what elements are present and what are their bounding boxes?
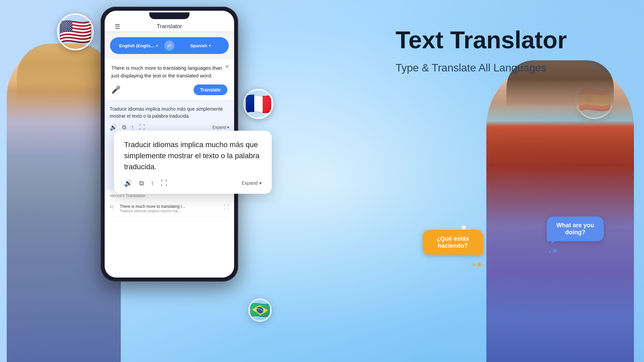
translation-output-text: Traducir idiomas implica mucho más que s… [110,106,229,120]
source-chevron-icon: ▾ [156,44,158,48]
flag-france: 🇫🇷 [243,89,273,119]
result-actions-bar: 🔊 ⧉ ↑ ⛶ Expand ▾ [124,179,262,187]
close-button[interactable]: ✕ [225,63,229,70]
flag-brazil: 🇧🇷 [248,298,272,322]
history-original-text: There is much more to translating l... [120,204,204,209]
input-text: There is much more to translating langua… [111,64,227,79]
chat-bubble-spanish: ¿Qué estás haciendo? [423,230,483,255]
result-card-text: Traducir idiomas implica mucho más que s… [124,139,262,172]
chat-bubble-english: What are you doing? [547,217,604,241]
volume-icon[interactable]: 🔊 [110,124,117,131]
source-language-label: English (Englis... [119,43,154,48]
app-header-title: Translator [157,23,182,30]
source-language-button[interactable]: English (Englis... ▾ [115,43,162,48]
history-item-num: 1) [110,204,116,209]
phone-notch [149,12,190,19]
result-copy-icon[interactable]: ⧉ [139,179,144,187]
result-fullscreen-icon[interactable]: ⛶ [161,179,167,187]
target-language-button[interactable]: Spanish ▾ [177,43,224,48]
input-area[interactable]: ✕ There is much more to translating lang… [105,59,234,101]
history-expand-icon[interactable]: ⛶ [224,204,229,210]
right-text-content: Text Translator Type & Translate All Lan… [395,27,567,74]
share-icon[interactable]: ↑ [131,124,134,131]
main-title: Text Translator [395,27,567,53]
target-chevron-icon: ▾ [209,44,211,48]
history-item[interactable]: 1) There is much more to translating l..… [110,201,229,217]
translate-button[interactable]: Translate [194,84,227,95]
target-language-label: Spanish [190,43,207,48]
result-volume-icon[interactable]: 🔊 [124,179,132,187]
expand-button[interactable]: Expand ▾ [212,125,229,130]
swap-icon: ⇄ [167,43,171,48]
history-translated-text: Traducir idiomas implica mucho má... [120,209,204,213]
history-title: ntence's Translation [110,193,229,198]
history-section: ntence's Translation 1) There is much mo… [105,190,234,278]
language-selector-bar: English (Englis... ▾ ⇄ Spanish ▾ [110,37,229,54]
expand-arrows-icon[interactable]: ⛶ [139,124,145,131]
flag-us: 🇺🇸 [57,13,94,50]
hamburger-icon[interactable]: ☰ [115,23,120,30]
microphone-icon[interactable]: 🎤 [111,85,120,94]
result-share-icon[interactable]: ↑ [151,179,154,187]
result-expand-button[interactable]: Expand ▾ [242,180,262,186]
app-header: ☰ Translator [105,19,234,32]
main-subtitle: Type & Translate All Languages [395,62,567,74]
translation-result-card: Traducir idiomas implica mucho más que s… [114,131,272,194]
copy-icon[interactable]: ⧉ [122,124,126,131]
swap-languages-button[interactable]: ⇄ [164,41,174,51]
